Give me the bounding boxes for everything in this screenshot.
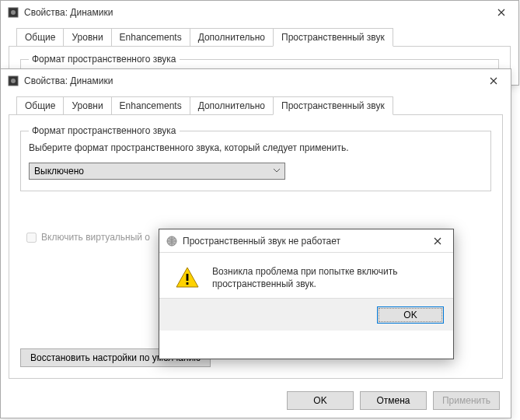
svg-rect-6 [187,282,189,285]
svg-rect-5 [187,274,189,281]
speaker-icon [7,75,19,87]
error-ok-button[interactable]: OK [377,306,444,324]
tab-enhancements-back[interactable]: Enhancements [111,28,190,47]
tab-advanced-back[interactable]: Дополнительно [190,28,274,47]
error-dialog: Пространственный звук не работает Возник… [159,229,454,359]
apply-button[interactable]: Применить [433,391,500,410]
dialog-buttons: OK Отмена Применить [287,391,500,410]
ok-button[interactable]: OK [287,391,354,410]
error-close-button[interactable] [422,229,453,253]
tab-advanced[interactable]: Дополнительно [190,96,274,115]
tab-levels-back[interactable]: Уровни [63,28,111,47]
warning-icon [175,265,200,290]
group-title: Формат пространственного звука [29,125,180,136]
cancel-button[interactable]: Отмена [360,391,427,410]
group-title-back: Формат пространственного звука [29,54,180,65]
error-body: Возникла проблема при попытке включить п… [159,253,453,298]
error-button-bar: OK [159,298,453,331]
tab-enhancements[interactable]: Enhancements [111,96,190,115]
dropdown-value: Выключено [34,166,84,177]
instruction-text: Выберите формат пространственного звука,… [29,142,483,155]
speaker-icon [7,6,19,19]
svg-point-1 [11,10,16,15]
error-titlebar: Пространственный звук не работает [159,229,453,253]
svg-point-3 [11,79,16,83]
window-title: Свойства: Динамики [24,75,476,86]
close-button-back[interactable] [483,1,518,24]
tab-spatial-back[interactable]: Пространственный звук [273,28,393,47]
tab-levels[interactable]: Уровни [63,96,111,115]
virtual-surround-label: Включить виртуальный о [41,232,150,243]
spatial-format-group: Формат пространственного звука Выберите … [20,131,491,191]
titlebar-back: Свойства: Динамики [1,1,518,24]
tab-general-back[interactable]: Общие [16,28,64,47]
tabs: Общие Уровни Enhancements Дополнительно … [9,96,503,115]
error-message: Возникла проблема при попытке включить п… [212,265,441,290]
window-title-back: Свойства: Динамики [24,7,483,18]
virtual-surround-checkbox[interactable] [26,233,37,243]
tabs-back: Общие Уровни Enhancements Дополнительно … [9,27,511,47]
globe-icon [166,235,178,247]
error-title: Пространственный звук не работает [183,236,422,247]
tab-spatial[interactable]: Пространственный звук [273,96,393,115]
titlebar: Свойства: Динамики [1,69,511,93]
tab-general[interactable]: Общие [16,96,64,115]
chevron-down-icon [274,169,280,173]
close-button[interactable] [476,69,511,93]
spatial-format-dropdown[interactable]: Выключено [29,163,285,180]
